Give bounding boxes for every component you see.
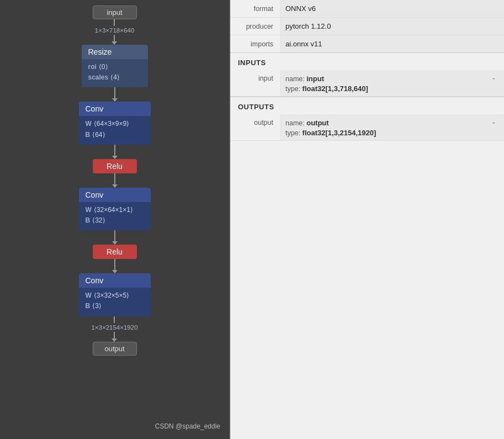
output-name-text: name: output (285, 119, 329, 127)
conv2-param-w: W⟨32×64×1×1⟩ (86, 205, 144, 215)
output-name-val: output (306, 119, 328, 127)
output-io-val: name: output - type: float32[1,3,2154,19… (280, 114, 504, 140)
arrow-line (114, 332, 115, 338)
relu2-label: Relu (107, 247, 123, 256)
connector-label-7: 1×3×2154×1920 (91, 324, 137, 331)
outputs-header: OUTPUTS (230, 97, 504, 114)
output-node[interactable]: output (93, 342, 137, 356)
relu2-node[interactable]: Relu (93, 245, 137, 259)
output-name-label: name: (285, 119, 306, 127)
output-collapse-btn[interactable]: - (489, 118, 498, 128)
output-name-row: name: output - (285, 118, 498, 128)
connector-4 (112, 173, 118, 188)
imports-key: imports (230, 35, 280, 52)
input-type-val: float32[1,3,718,640] (303, 84, 368, 93)
arrow-line (114, 316, 115, 323)
format-val: ONNX v6 (280, 0, 504, 17)
conv3-node[interactable]: Conv W⟨3×32×5×5⟩ B⟨3⟩ (79, 273, 151, 316)
meta-section: format ONNX v6 producer pytorch 1.12.0 i… (230, 0, 504, 52)
arrow-down (112, 241, 118, 245)
connector-7: 1×3×2154×1920 (91, 316, 137, 342)
arrow-down (112, 184, 118, 188)
conv3-param-w: W⟨3×32×5×5⟩ (86, 290, 144, 301)
input-type-row: type: float32[1,3,718,640] (285, 84, 498, 93)
input-name-val: input (306, 75, 324, 83)
resize-body: roi⟨0⟩ scales⟨4⟩ (82, 59, 148, 87)
connector-1: 1×3×718×640 (95, 19, 134, 45)
input-entry: input name: input - type: float32[1,3,71… (230, 70, 504, 97)
input-type-label: type: (285, 85, 303, 93)
conv1-node[interactable]: Conv W⟨64×3×9×9⟩ B⟨64⟩ (79, 102, 151, 144)
connector-3 (112, 145, 118, 159)
arrow-line (114, 19, 115, 26)
output-type-val: float32[1,3,2154,1920] (303, 129, 376, 137)
output-entry: output name: output - type: float32[1,3,… (230, 114, 504, 141)
arrow-line (114, 173, 115, 184)
arrow-down (112, 338, 117, 342)
producer-row: producer pytorch 1.12.0 (230, 18, 504, 35)
relu1-node[interactable]: Relu (93, 159, 137, 173)
input-name-text: name: input (285, 75, 324, 83)
conv2-body: W⟨32×64×1×1⟩ B⟨32⟩ (79, 202, 151, 230)
conv1-param-w: W⟨64×3×9×9⟩ (86, 119, 144, 129)
arrow-line (114, 35, 115, 41)
inputs-section: INPUTS input name: input - type: float32… (230, 52, 504, 97)
resize-param-scales: scales⟨4⟩ (88, 72, 141, 83)
input-node-label: input (107, 8, 122, 17)
connector-2 (112, 87, 118, 102)
arrow-line (114, 259, 115, 270)
producer-key: producer (230, 18, 280, 35)
arrow-line (114, 145, 115, 156)
conv2-header: Conv (79, 188, 151, 202)
input-node[interactable]: input (93, 6, 137, 19)
arrow-down (112, 41, 117, 45)
arrow-line (114, 230, 115, 241)
output-type-row: type: float32[1,3,2154,1920] (285, 129, 498, 137)
arrow-line (114, 87, 115, 98)
output-io-key: output (230, 114, 280, 140)
arrow-down (112, 156, 118, 159)
conv2-node[interactable]: Conv W⟨32×64×1×1⟩ B⟨32⟩ (79, 188, 151, 230)
format-row: format ONNX v6 (230, 0, 504, 18)
producer-val: pytorch 1.12.0 (280, 18, 504, 35)
arrow-down (112, 270, 118, 273)
format-key: format (230, 0, 280, 17)
connector-5 (112, 230, 118, 245)
output-node-label: output (104, 345, 124, 353)
conv2-param-b: B⟨32⟩ (86, 215, 144, 226)
output-type-label: type: (285, 129, 303, 137)
input-io-key: input (230, 70, 280, 96)
inputs-header: INPUTS (230, 53, 504, 70)
outputs-section: OUTPUTS output name: output - type: floa… (230, 97, 504, 141)
arrow-down (112, 98, 118, 102)
resize-node[interactable]: Resize roi⟨0⟩ scales⟨4⟩ (82, 45, 148, 87)
input-collapse-btn[interactable]: - (489, 73, 498, 83)
conv1-header: Conv (79, 102, 151, 116)
input-io-val: name: input - type: float32[1,3,718,640] (280, 70, 504, 96)
imports-row: imports ai.onnx v11 (230, 35, 504, 52)
credit-text: CSDN @spade_eddie (155, 422, 220, 430)
conv3-param-b: B⟨3⟩ (86, 301, 144, 311)
conv1-param-b: B⟨64⟩ (86, 130, 144, 140)
conv3-body: W⟨3×32×5×5⟩ B⟨3⟩ (79, 288, 151, 316)
imports-val: ai.onnx v11 (280, 35, 504, 52)
graph-container: input 1×3×718×640 Resize roi⟨0⟩ scales⟨4… (0, 0, 229, 356)
left-panel: input 1×3×718×640 Resize roi⟨0⟩ scales⟨4… (0, 0, 229, 439)
conv1-body: W⟨64×3×9×9⟩ B⟨64⟩ (79, 116, 151, 144)
resize-header: Resize (82, 45, 148, 59)
input-name-row: name: input - (285, 73, 498, 83)
resize-param-roi: roi⟨0⟩ (88, 62, 141, 72)
connector-label-1: 1×3×718×640 (95, 27, 134, 34)
conv3-header: Conv (79, 273, 151, 288)
right-panel: format ONNX v6 producer pytorch 1.12.0 i… (230, 0, 504, 439)
input-name-label: name: (285, 75, 306, 83)
relu1-label: Relu (107, 162, 123, 171)
connector-6 (112, 259, 118, 273)
